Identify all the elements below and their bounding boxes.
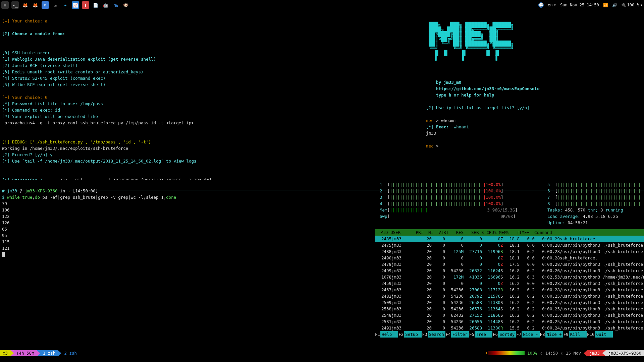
tmux-time: 14:50 <box>543 350 561 356</box>
clock[interactable]: Sun Nov 25 14:50 <box>560 3 599 7</box>
monitor-icon[interactable]: 📈 <box>72 1 79 9</box>
choice-0: [=] Your choice: 0 <box>2 95 47 100</box>
tmux-load: 100% <box>525 350 540 356</box>
module-4: [4] Struts2 S2-045 exploit (command exec… <box>2 76 106 81</box>
cmd-exec: [*] Command to exec: id <box>2 108 60 113</box>
fnlabel-Kill[interactable]: Kill <box>569 331 587 338</box>
htop-row[interactable]: 2475 jm33200000 Z18.10.00:00.28 /usr/bin… <box>375 242 644 248</box>
fnkey-F3[interactable]: F3 <box>422 331 427 338</box>
pane-hsplit[interactable] <box>0 190 644 190</box>
fnlabel-Nice -[interactable]: Nice - <box>522 331 539 338</box>
tmux-uptime: ↑ 4h 58m <box>14 350 37 356</box>
proxychains-cmd: proxychains4 -q -f proxy.conf ssh_brutef… <box>2 120 194 125</box>
out-2: 122 <box>2 214 10 219</box>
notification-icon[interactable]: 💬 <box>538 2 544 8</box>
htop-pane[interactable]: 1 [|||||||||||||||||||||||||||||||||||||… <box>372 180 644 350</box>
processing: [*] Processing 1 <box>2 178 42 180</box>
battery-indicator[interactable]: 🔌 100 % ▾ <box>621 3 643 7</box>
fnlabel-Setup[interactable]: Setup <box>404 331 422 338</box>
passfile: [*] Password list file to use: /tmp/pass <box>2 101 103 106</box>
htop-row[interactable]: 2538 jm33200542362657611364 S16.20.20:00… <box>375 306 644 312</box>
tmux-session[interactable]: ❐ 3 <box>0 350 10 356</box>
htop-row[interactable]: 2581 jm33200542362665611448 S16.20.20:00… <box>375 318 644 325</box>
pane-vsplit-bot[interactable] <box>322 190 322 360</box>
htop-header[interactable]: PID USER PRI NI VIRT RES SHR S CPU% MEM%… <box>375 229 644 236</box>
htop-row[interactable]: 2478 jm33200000 Z17.50.00:00.28 /usr/bin… <box>375 261 644 267</box>
htop-row[interactable]: 2482 jm33200542362679211576 S16.20.20:00… <box>375 293 644 299</box>
iplist-prompt: [?] Use ip_list.txt as target list? [y/n… <box>426 105 530 110</box>
module-5: [5] Witbe RCE exploit (get reverse shell… <box>2 82 106 87</box>
htop-row[interactable]: 2485 jm33200000 Z18.80.00:00.29 ssh_brut… <box>375 236 644 242</box>
notes-icon[interactable]: ▮ <box>82 1 89 9</box>
htop-row[interactable]: 2467 jm33200542362700811712 R16.20.20:00… <box>375 287 644 293</box>
up-arrow-icon: ⬆ <box>485 351 488 356</box>
fnkey-F1[interactable]: F1 <box>375 331 380 338</box>
mec-banner-pane[interactable]: ███╗ ███╗ ███████╗ ██████╗ ████╗ ████║ █… <box>422 10 644 180</box>
tmux-window-1[interactable]: 1 zsh <box>40 350 58 356</box>
mec-main-pane[interactable]: [=] Your choice: a [?] Choose a module f… <box>0 10 372 180</box>
fnlabel-Tree[interactable]: Tree <box>475 331 492 338</box>
htop-row[interactable]: 2509 jm33200542362658811380 S16.20.20:00… <box>375 299 644 306</box>
wifi-icon[interactable]: 📶 <box>603 3 608 7</box>
tmux-window-2[interactable]: 2 zsh <box>61 350 79 356</box>
fnkey-F8[interactable]: F8 <box>540 331 545 338</box>
software-icon[interactable]: 🛍 <box>112 1 119 9</box>
dock-apps: ⊞ ▸_ 🦊 🦊 M ✉ ✈ 📈 ▮ 📄 🤖 🛍 🐶 <box>1 1 538 9</box>
load-gradient <box>488 351 525 355</box>
out-4: 65 <box>2 227 7 232</box>
debug-line: [!] DEBUG: ['./ssh_bruteforce.py', '/tmp… <box>2 139 151 144</box>
fnkey-F4[interactable]: F4 <box>445 331 451 338</box>
fnkey-F9[interactable]: F9 <box>563 331 569 338</box>
module-0: [0] SSH bruteforcer <box>2 50 50 55</box>
fnkey-F6[interactable]: F6 <box>492 331 498 338</box>
lang-indicator[interactable]: en ▾ <box>548 3 556 7</box>
fnlabel-Search[interactable]: Search <box>428 331 445 338</box>
mec-ascii-logo: ███╗ ███╗ ███████╗ ██████╗ ████╗ ████║ █… <box>426 18 644 60</box>
gimp-icon[interactable]: 🐶 <box>122 1 129 9</box>
fnkey-F7[interactable]: F7 <box>516 331 522 338</box>
telegram-icon[interactable]: ✈ <box>62 1 69 9</box>
choose-module: [?] Choose a module from: <box>2 31 65 36</box>
htop-row[interactable]: 2459 jm33200000 Z16.20.00:00.28 /usr/bin… <box>375 280 644 287</box>
cursor <box>2 252 5 257</box>
repo-url: https://github.com/jm33-m0/massExpConsol… <box>436 86 540 91</box>
htop-row[interactable]: 2490 jm33200000 Z18.10.00:00.28 ssh_brut… <box>375 255 644 261</box>
htop-row[interactable]: 2499 jm33200542362683211624 S16.80.20:00… <box>375 267 644 274</box>
topbar-right: 💬 en ▾ Sun Nov 25 14:50 📶 🔊 🔌 100 % ▾ <box>538 2 643 8</box>
exec-echo: [*] Exec: whoami <box>426 124 469 129</box>
firefox-icon[interactable]: 🦊 <box>32 1 39 9</box>
volume-icon[interactable]: 🔊 <box>612 3 617 7</box>
activities-icon[interactable]: ⊞ <box>1 1 9 9</box>
help-hint: type h or help for help <box>436 93 494 98</box>
working-dir: Working in /home/jm33/.mec/exploits/ssh-… <box>2 146 128 151</box>
module-2: [2] Joomla RCE (reverse shell) <box>2 63 78 68</box>
by-line: by jm33_m0 <box>436 80 461 85</box>
zsh-pane[interactable]: # jm33 @ jm33-XPS-9360 in ~ [14:50:00] $… <box>0 180 372 350</box>
tmux-date: 25 Nov <box>563 350 584 356</box>
fnkey-F10[interactable]: F10 <box>587 331 595 338</box>
whoami-result: jm33 <box>426 131 436 136</box>
vm-icon[interactable]: M <box>42 1 49 9</box>
document-icon[interactable]: 📄 <box>92 1 99 9</box>
fnkey-F5[interactable]: F5 <box>469 331 475 338</box>
fnkey-F2[interactable]: F2 <box>398 331 404 338</box>
pane-vsplit-top[interactable] <box>372 10 372 180</box>
htop-row[interactable]: 2491 jm33200542362658811380 R15.50.20:00… <box>375 325 644 331</box>
zsh-prompt: # jm33 @ jm33-XPS-9360 in ~ [14:50:00] <box>2 188 98 193</box>
mec-prompt-2[interactable]: mec > <box>426 143 441 148</box>
htop-row[interactable]: 2488 jm33200125M2771611996 R18.10.20:00.… <box>375 248 644 255</box>
out-1: 106 <box>2 207 10 213</box>
bot-icon[interactable]: 🤖 <box>102 1 109 9</box>
module-1: [1] Weblogic Java deserialization exploi… <box>2 57 156 62</box>
fnlabel-Help[interactable]: Help <box>380 331 398 338</box>
mail-icon[interactable]: ✉ <box>52 1 59 9</box>
module-3: [3] Redis unauth root (write crontab or … <box>2 69 143 74</box>
firefox-dev-icon[interactable]: 🦊 <box>21 1 29 9</box>
htop-row[interactable]: 1078 jm33200172M4103616696 S16.20.30:02.… <box>375 274 644 280</box>
fnlabel-Filter[interactable]: Filter <box>451 331 469 338</box>
fnlabel-Quit[interactable]: Quit <box>595 331 613 338</box>
fnlabel-Nice +[interactable]: Nice + <box>545 331 563 338</box>
htop-row[interactable]: 2548 jm33200624322715211856 S16.20.20:00… <box>375 312 644 318</box>
terminal-icon[interactable]: ▸_ <box>11 1 19 9</box>
fnlabel-SortBy[interactable]: SortBy <box>498 331 516 338</box>
